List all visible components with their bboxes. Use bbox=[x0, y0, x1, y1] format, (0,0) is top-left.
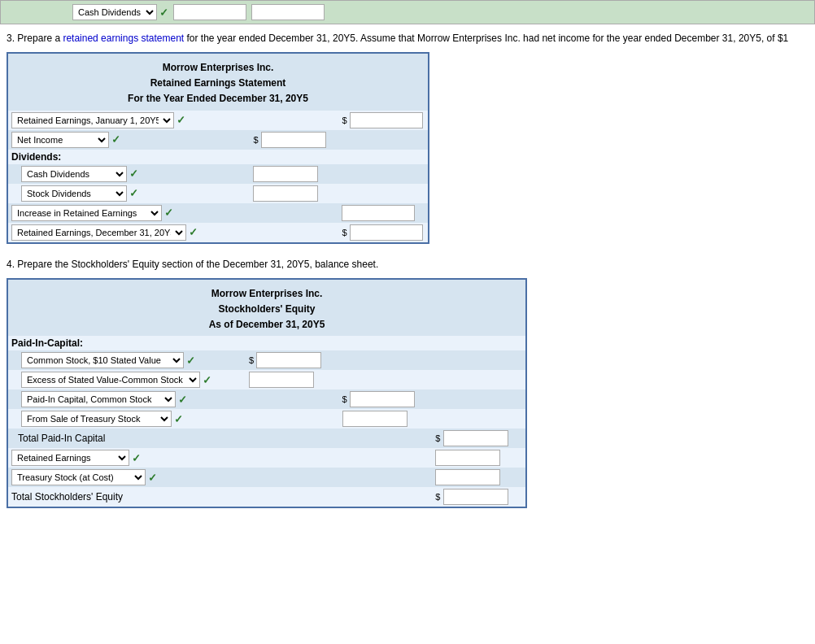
table-row: Stock Dividends ✓ bbox=[8, 184, 428, 203]
top-bar-inner: Cash Dividends ✓ bbox=[72, 4, 325, 20]
col2 bbox=[339, 409, 433, 429]
check-icon: ✓ bbox=[178, 394, 187, 406]
col2 bbox=[339, 487, 433, 507]
row-input-mid bbox=[250, 164, 338, 184]
treasury-sale-input[interactable] bbox=[342, 411, 408, 427]
table-row: Treasury Stock (at Cost) ✓ bbox=[8, 468, 525, 487]
row-input-mid bbox=[250, 184, 338, 203]
net-income-select[interactable]: Net Income bbox=[11, 132, 109, 148]
total-equity-label: Total Stockholders' Equity bbox=[11, 491, 123, 503]
col1 bbox=[246, 409, 339, 429]
common-stock-input[interactable] bbox=[256, 352, 321, 368]
top-input-1[interactable] bbox=[173, 4, 246, 20]
re-jan-select[interactable]: Retained Earnings, January 1, 20Y5 bbox=[11, 112, 174, 128]
row-label: Common Stock, $10 Stated Value ✓ bbox=[8, 350, 246, 370]
stmt-subtitle-re: For the Year Ended December 31, 20Y5 bbox=[11, 91, 425, 107]
table-row: Paid-In Capital, Common Stock ✓ $ bbox=[8, 389, 525, 409]
table-row: Net Income ✓ $ bbox=[8, 130, 428, 150]
dividends-header: Dividends: bbox=[8, 150, 428, 164]
col3: $ bbox=[432, 429, 525, 448]
stmt-title-re: Retained Earnings Statement bbox=[11, 76, 425, 91]
check-icon: ✓ bbox=[132, 452, 141, 464]
re-dec-select[interactable]: Retained Earnings, December 31, 20Y5 bbox=[11, 224, 186, 241]
col1 bbox=[246, 370, 339, 389]
col3 bbox=[432, 389, 525, 409]
table-row: Common Stock, $10 Stated Value ✓ $ bbox=[8, 350, 525, 370]
row-input-right bbox=[338, 164, 428, 184]
row-input-right: $ bbox=[338, 223, 428, 242]
re-jan-input[interactable] bbox=[350, 112, 423, 128]
col3 bbox=[432, 448, 525, 468]
row-label: Retained Earnings, January 1, 20Y5 ✓ bbox=[8, 111, 250, 130]
check-icon: ✓ bbox=[129, 187, 138, 199]
company-name-re: Morrow Enterprises Inc. bbox=[11, 60, 425, 76]
cash-div-select[interactable]: Cash Dividends bbox=[21, 166, 127, 182]
col1: $ bbox=[246, 350, 339, 370]
se-header: Morrow Enterprises Inc. Stockholders' Eq… bbox=[8, 280, 525, 337]
se-subtitle: As of December 31, 20Y5 bbox=[11, 317, 522, 333]
treasury-sale-select[interactable]: From Sale of Treasury Stock bbox=[21, 411, 172, 427]
col1 bbox=[246, 389, 339, 409]
increase-re-input[interactable] bbox=[342, 205, 415, 221]
col3 bbox=[432, 468, 525, 487]
table-row: Retained Earnings, December 31, 20Y5 ✓ $ bbox=[8, 223, 428, 242]
net-income-input[interactable] bbox=[261, 132, 326, 148]
row-label: Treasury Stock (at Cost) ✓ bbox=[8, 468, 246, 487]
total-equity-input[interactable] bbox=[443, 489, 508, 505]
row-input-right bbox=[338, 130, 428, 150]
table-row: Retained Earnings ✓ bbox=[8, 448, 525, 468]
row-label: Total Paid-In Capital bbox=[8, 429, 246, 448]
paid-in-common-select[interactable]: Paid-In Capital, Common Stock bbox=[21, 391, 176, 407]
col3 bbox=[432, 350, 525, 370]
table-row: Total Paid-In Capital $ bbox=[8, 429, 525, 448]
col2 bbox=[339, 448, 433, 468]
common-stock-select[interactable]: Common Stock, $10 Stated Value bbox=[21, 352, 184, 368]
check-icon: ✓ bbox=[129, 168, 138, 180]
col2 bbox=[339, 429, 433, 448]
check-icon: ✓ bbox=[189, 226, 198, 238]
paid-in-capital-label: Paid-In-Capital: bbox=[8, 336, 525, 350]
total-paid-in-label: Total Paid-In Capital bbox=[11, 433, 105, 444]
table-row: Excess of Stated Value-Common Stock ✓ bbox=[8, 370, 525, 389]
table-row: Dividends: bbox=[8, 150, 428, 164]
retained-earnings-select[interactable]: Retained Earnings bbox=[11, 450, 129, 466]
row-label: Net Income ✓ bbox=[8, 130, 250, 150]
retained-earnings-link[interactable]: retained earnings statement bbox=[63, 33, 184, 44]
excess-input[interactable] bbox=[249, 372, 314, 388]
row-label: Excess of Stated Value-Common Stock ✓ bbox=[8, 370, 246, 389]
total-paid-in-input[interactable] bbox=[443, 430, 508, 446]
row-label: Paid-In Capital, Common Stock ✓ bbox=[8, 389, 246, 409]
table-row: Paid-In-Capital: bbox=[8, 336, 525, 350]
stock-div-input[interactable] bbox=[253, 185, 318, 202]
table-row: From Sale of Treasury Stock ✓ bbox=[8, 409, 525, 429]
col1 bbox=[246, 487, 339, 507]
paid-in-common-input[interactable] bbox=[350, 391, 415, 407]
row-input-mid: $ bbox=[250, 130, 338, 150]
table-row: Total Stockholders' Equity $ bbox=[8, 487, 525, 507]
cash-dividends-select[interactable]: Cash Dividends bbox=[72, 4, 157, 20]
treasury-stock-select[interactable]: Treasury Stock (at Cost) bbox=[11, 469, 146, 485]
col1 bbox=[246, 448, 339, 468]
cash-div-input[interactable] bbox=[253, 166, 318, 182]
increase-re-select[interactable]: Increase in Retained Earnings bbox=[11, 205, 162, 221]
stockholders-equity-form: Morrow Enterprises Inc. Stockholders' Eq… bbox=[7, 278, 527, 509]
row-label: Stock Dividends ✓ bbox=[8, 184, 250, 203]
row-label: Increase in Retained Earnings ✓ bbox=[8, 203, 250, 223]
treasury-stock-input[interactable] bbox=[435, 469, 500, 485]
re-dec-input[interactable] bbox=[350, 224, 423, 241]
col1 bbox=[246, 468, 339, 487]
row-input-right bbox=[338, 184, 428, 203]
stock-div-select[interactable]: Stock Dividends bbox=[21, 185, 127, 202]
table-row: Retained Earnings, January 1, 20Y5 ✓ $ bbox=[8, 111, 428, 130]
se-table: Paid-In-Capital: Common Stock, $10 State… bbox=[8, 336, 525, 507]
col3: $ bbox=[432, 487, 525, 507]
row-input-mid bbox=[250, 111, 338, 130]
top-input-2[interactable] bbox=[251, 4, 325, 20]
row-input-right bbox=[338, 203, 428, 223]
retained-earnings-input[interactable] bbox=[435, 450, 500, 466]
check-icon: ✓ bbox=[164, 207, 173, 219]
row-label: Retained Earnings, December 31, 20Y5 ✓ bbox=[8, 223, 250, 242]
se-company: Morrow Enterprises Inc. bbox=[11, 286, 522, 302]
row-label: Total Stockholders' Equity bbox=[8, 487, 246, 507]
excess-select[interactable]: Excess of Stated Value-Common Stock bbox=[21, 372, 200, 388]
